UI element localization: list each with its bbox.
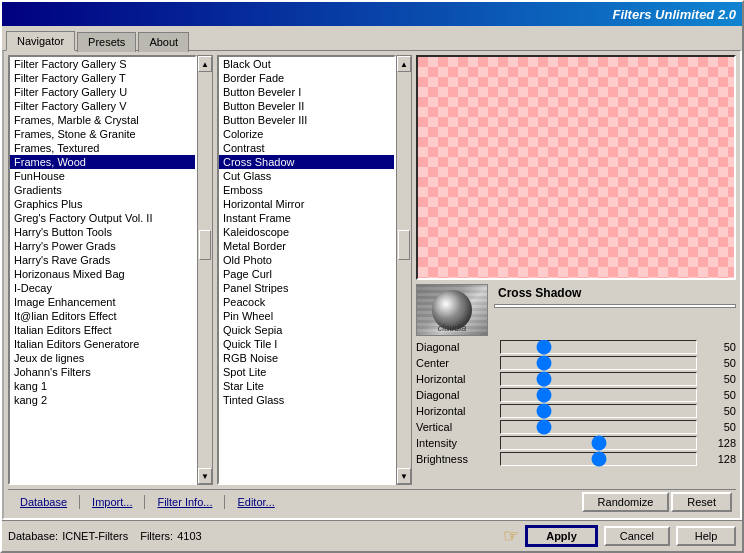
list-item[interactable]: Filter Factory Gallery V [10, 99, 195, 113]
list-item[interactable]: Filter Factory Gallery T [10, 71, 195, 85]
list-item[interactable]: FunHouse [10, 169, 195, 183]
list-item[interactable]: Italian Editors Generatore [10, 337, 195, 351]
list-item[interactable]: Emboss [219, 183, 394, 197]
apply-button[interactable]: Apply [525, 525, 598, 547]
list-item[interactable]: It@lian Editors Effect [10, 309, 195, 323]
help-button[interactable]: Help [676, 526, 736, 546]
list-item[interactable]: Peacock [219, 295, 394, 309]
cancel-button[interactable]: Cancel [604, 526, 670, 546]
title-bar: Filters Unlimited 2.0 [2, 2, 742, 26]
param-slider-5[interactable] [500, 420, 697, 434]
list-item[interactable]: Harry's Power Grads [10, 239, 195, 253]
list-item[interactable]: Horizontal Mirror [219, 197, 394, 211]
tab-about[interactable]: About [138, 32, 189, 52]
separator-2 [144, 495, 145, 509]
scroll-down-btn[interactable]: ▼ [198, 468, 212, 484]
param-slider-3[interactable] [500, 388, 697, 402]
param-slider-2[interactable] [500, 372, 697, 386]
scroll-up-btn-mid[interactable]: ▲ [397, 56, 411, 72]
list-item[interactable]: Greg's Factory Output Vol. II [10, 211, 195, 225]
list-item[interactable]: Horizonaus Mixed Bag [10, 267, 195, 281]
database-button[interactable]: Database [12, 494, 75, 510]
list-item[interactable]: Harry's Button Tools [10, 225, 195, 239]
database-value: ICNET-Filters [62, 530, 128, 542]
list-item[interactable]: Pin Wheel [219, 309, 394, 323]
left-list-scrollbar[interactable]: ▲ ▼ [197, 55, 213, 485]
filter-name-input[interactable] [494, 304, 736, 308]
scroll-track-mid[interactable] [397, 72, 411, 468]
param-label-6: Intensity [416, 437, 496, 449]
list-item[interactable]: Frames, Textured [10, 141, 195, 155]
filter-name-area: Cross Shadow [494, 284, 736, 308]
list-item[interactable]: Border Fade [219, 71, 394, 85]
status-filters: Filters: 4103 [140, 530, 201, 542]
param-slider-7[interactable] [500, 452, 697, 466]
list-item[interactable]: Quick Sepia [219, 323, 394, 337]
list-item[interactable]: Button Beveler II [219, 99, 394, 113]
editor-button[interactable]: Editor... [229, 494, 282, 510]
scroll-track[interactable] [198, 72, 212, 468]
list-item[interactable]: I-Decay [10, 281, 195, 295]
list-item[interactable]: Gradients [10, 183, 195, 197]
param-row-2: Horizontal 50 [416, 372, 736, 386]
list-item[interactable]: Frames, Marble & Crystal [10, 113, 195, 127]
param-value-0: 50 [701, 341, 736, 353]
scroll-thumb[interactable] [199, 230, 211, 260]
list-item[interactable]: Page Curl [219, 267, 394, 281]
list-item[interactable]: Cross Shadow ⇐ [219, 155, 394, 169]
list-item[interactable]: Kaleidoscope [219, 225, 394, 239]
list-item[interactable]: Frames, Wood ⇐ [10, 155, 195, 169]
param-slider-0[interactable] [500, 340, 697, 354]
scroll-thumb-mid[interactable] [398, 230, 410, 260]
scroll-down-btn-mid[interactable]: ▼ [397, 468, 411, 484]
param-row-0: Diagonal 50 [416, 340, 736, 354]
scroll-up-btn[interactable]: ▲ [198, 56, 212, 72]
status-bar: Database: ICNET-Filters Filters: 4103 [8, 530, 202, 542]
list-item[interactable]: Quick Tile I [219, 337, 394, 351]
list-item[interactable]: RGB Noise [219, 351, 394, 365]
list-item[interactable]: Harry's Rave Grads [10, 253, 195, 267]
param-value-3: 50 [701, 389, 736, 401]
list-item[interactable]: Metal Border [219, 239, 394, 253]
right-list[interactable]: Black Out Border Fade Button Beveler I B… [217, 55, 396, 485]
list-item[interactable]: Instant Frame [219, 211, 394, 225]
filter-thumbnail: claudia [416, 284, 488, 336]
param-slider-6[interactable] [500, 436, 697, 450]
middle-list-scrollbar[interactable]: ▲ ▼ [396, 55, 412, 485]
list-item[interactable]: Johann's Filters [10, 365, 195, 379]
list-item[interactable]: Graphics Plus ⇐ [10, 197, 195, 211]
list-item[interactable]: Colorize [219, 127, 394, 141]
list-item[interactable]: Old Photo [219, 253, 394, 267]
list-item[interactable]: Panel Stripes [219, 281, 394, 295]
list-item[interactable]: Filter Factory Gallery S [10, 57, 195, 71]
param-slider-4[interactable] [500, 404, 697, 418]
list-item[interactable]: kang 2 [10, 393, 195, 407]
action-buttons: ☞ Apply Cancel Help [503, 525, 736, 547]
list-item[interactable]: Italian Editors Effect [10, 323, 195, 337]
list-item[interactable]: kang 1 [10, 379, 195, 393]
list-item[interactable]: Contrast [219, 141, 394, 155]
list-item[interactable]: Black Out [219, 57, 394, 71]
tab-navigator[interactable]: Navigator [6, 31, 75, 51]
param-slider-1[interactable] [500, 356, 697, 370]
reset-button[interactable]: Reset [671, 492, 732, 512]
list-item[interactable]: Filter Factory Gallery U [10, 85, 195, 99]
tab-presets[interactable]: Presets [77, 32, 136, 52]
list-item[interactable]: Button Beveler III [219, 113, 394, 127]
list-item[interactable]: Frames, Stone & Granite [10, 127, 195, 141]
list-item[interactable]: Jeux de lignes [10, 351, 195, 365]
filter-name-label: Cross Shadow [494, 284, 736, 302]
separator-1 [79, 495, 80, 509]
filter-info-button[interactable]: Filter Info... [149, 494, 220, 510]
list-item[interactable]: Cut Glass [219, 169, 394, 183]
randomize-button[interactable]: Randomize [582, 492, 670, 512]
list-item[interactable]: Spot Lite [219, 365, 394, 379]
list-item[interactable]: Star Lite [219, 379, 394, 393]
import-button[interactable]: Import... [84, 494, 140, 510]
params-panel: Diagonal 50 Center 50 Horizontal 50 [416, 340, 736, 485]
list-item[interactable]: Button Beveler I [219, 85, 394, 99]
left-list[interactable]: Filter Factory Gallery S Filter Factory … [8, 55, 197, 485]
list-item[interactable]: Tinted Glass [219, 393, 394, 407]
bottom-buttons-bar: Database Import... Filter Info... Editor… [8, 489, 736, 514]
list-item[interactable]: Image Enhancement [10, 295, 195, 309]
